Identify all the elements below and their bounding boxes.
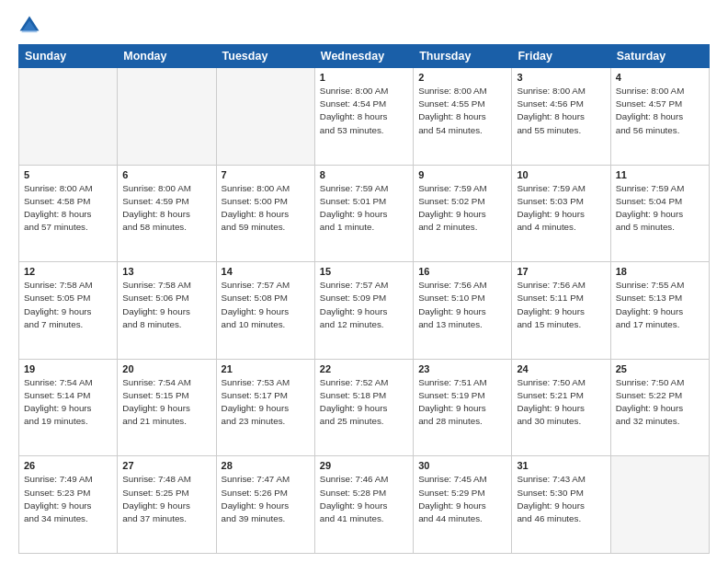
calendar-day-cell: 9Sunrise: 7:59 AM Sunset: 5:02 PM Daylig… — [414, 165, 512, 262]
day-number: 24 — [517, 363, 605, 374]
day-info: Sunrise: 7:58 AM Sunset: 5:05 PM Dayligh… — [24, 279, 112, 331]
day-info: Sunrise: 8:00 AM Sunset: 4:54 PM Dayligh… — [320, 85, 408, 137]
calendar-day-cell: 2Sunrise: 8:00 AM Sunset: 4:55 PM Daylig… — [414, 68, 512, 166]
day-info: Sunrise: 7:59 AM Sunset: 5:02 PM Dayligh… — [418, 182, 506, 235]
day-info: Sunrise: 8:00 AM Sunset: 4:59 PM Dayligh… — [122, 182, 210, 235]
day-info: Sunrise: 7:56 AM Sunset: 5:10 PM Dayligh… — [418, 279, 506, 331]
day-number: 1 — [320, 72, 408, 83]
calendar-day-cell: 19Sunrise: 7:54 AM Sunset: 5:14 PM Dayli… — [19, 359, 118, 456]
calendar-day-cell: 16Sunrise: 7:56 AM Sunset: 5:10 PM Dayli… — [414, 262, 512, 360]
day-number: 4 — [616, 72, 704, 83]
calendar-day-cell: 6Sunrise: 8:00 AM Sunset: 4:59 PM Daylig… — [118, 165, 216, 262]
calendar-day-cell — [118, 68, 216, 166]
calendar-day-cell: 26Sunrise: 7:49 AM Sunset: 5:23 PM Dayli… — [19, 456, 118, 554]
calendar-week-row: 19Sunrise: 7:54 AM Sunset: 5:14 PM Dayli… — [19, 359, 710, 456]
day-number: 16 — [418, 266, 506, 277]
day-info: Sunrise: 7:53 AM Sunset: 5:17 PM Dayligh… — [222, 376, 310, 429]
day-info: Sunrise: 7:50 AM Sunset: 5:21 PM Dayligh… — [517, 376, 605, 429]
day-info: Sunrise: 7:56 AM Sunset: 5:11 PM Dayligh… — [517, 279, 605, 331]
day-number: 5 — [24, 169, 112, 180]
day-number: 18 — [616, 266, 704, 277]
calendar-day-cell: 31Sunrise: 7:43 AM Sunset: 5:30 PM Dayli… — [512, 456, 610, 554]
calendar-day-cell: 24Sunrise: 7:50 AM Sunset: 5:21 PM Dayli… — [512, 359, 610, 456]
logo — [18, 15, 44, 37]
weekday-header-cell: Tuesday — [216, 45, 314, 68]
day-number: 11 — [616, 169, 704, 180]
day-number: 10 — [517, 169, 605, 180]
calendar-day-cell: 29Sunrise: 7:46 AM Sunset: 5:28 PM Dayli… — [314, 456, 413, 554]
day-number: 21 — [222, 363, 310, 374]
calendar-day-cell: 23Sunrise: 7:51 AM Sunset: 5:19 PM Dayli… — [414, 359, 512, 456]
calendar-week-row: 26Sunrise: 7:49 AM Sunset: 5:23 PM Dayli… — [19, 456, 710, 554]
calendar-day-cell: 30Sunrise: 7:45 AM Sunset: 5:29 PM Dayli… — [414, 456, 512, 554]
calendar-day-cell — [610, 456, 709, 554]
day-number: 13 — [122, 266, 210, 277]
calendar-day-cell — [19, 68, 118, 166]
day-number: 9 — [418, 169, 506, 180]
day-number: 7 — [222, 169, 310, 180]
page: SundayMondayTuesdayWednesdayThursdayFrid… — [0, 0, 728, 563]
day-number: 17 — [517, 266, 605, 277]
day-info: Sunrise: 7:59 AM Sunset: 5:04 PM Dayligh… — [616, 182, 704, 235]
calendar-day-cell: 17Sunrise: 7:56 AM Sunset: 5:11 PM Dayli… — [512, 262, 610, 360]
calendar-day-cell: 18Sunrise: 7:55 AM Sunset: 5:13 PM Dayli… — [610, 262, 709, 360]
day-number: 6 — [122, 169, 210, 180]
calendar-week-row: 1Sunrise: 8:00 AM Sunset: 4:54 PM Daylig… — [19, 68, 710, 166]
day-number: 30 — [418, 460, 506, 471]
calendar-day-cell: 22Sunrise: 7:52 AM Sunset: 5:18 PM Dayli… — [314, 359, 413, 456]
calendar-day-cell: 7Sunrise: 8:00 AM Sunset: 5:00 PM Daylig… — [216, 165, 314, 262]
day-info: Sunrise: 7:46 AM Sunset: 5:28 PM Dayligh… — [320, 473, 408, 525]
day-number: 8 — [320, 169, 408, 180]
day-info: Sunrise: 7:54 AM Sunset: 5:15 PM Dayligh… — [122, 376, 210, 429]
day-number: 12 — [24, 266, 112, 277]
day-info: Sunrise: 7:57 AM Sunset: 5:09 PM Dayligh… — [320, 279, 408, 331]
day-info: Sunrise: 8:00 AM Sunset: 4:57 PM Dayligh… — [616, 85, 704, 137]
calendar-day-cell: 13Sunrise: 7:58 AM Sunset: 5:06 PM Dayli… — [118, 262, 216, 360]
day-info: Sunrise: 7:49 AM Sunset: 5:23 PM Dayligh… — [24, 473, 112, 525]
weekday-header-cell: Sunday — [19, 45, 118, 68]
calendar-day-cell: 4Sunrise: 8:00 AM Sunset: 4:57 PM Daylig… — [610, 68, 709, 166]
calendar-day-cell: 10Sunrise: 7:59 AM Sunset: 5:03 PM Dayli… — [512, 165, 610, 262]
calendar-day-cell: 21Sunrise: 7:53 AM Sunset: 5:17 PM Dayli… — [216, 359, 314, 456]
day-number: 20 — [122, 363, 210, 374]
calendar-day-cell: 25Sunrise: 7:50 AM Sunset: 5:22 PM Dayli… — [610, 359, 709, 456]
day-info: Sunrise: 7:57 AM Sunset: 5:08 PM Dayligh… — [222, 279, 310, 331]
calendar-day-cell: 27Sunrise: 7:48 AM Sunset: 5:25 PM Dayli… — [118, 456, 216, 554]
day-number: 29 — [320, 460, 408, 471]
logo-icon — [18, 15, 40, 37]
calendar-day-cell — [216, 68, 314, 166]
calendar-week-row: 12Sunrise: 7:58 AM Sunset: 5:05 PM Dayli… — [19, 262, 710, 360]
day-info: Sunrise: 8:00 AM Sunset: 5:00 PM Dayligh… — [222, 182, 310, 235]
day-info: Sunrise: 7:59 AM Sunset: 5:01 PM Dayligh… — [320, 182, 408, 235]
weekday-header-cell: Saturday — [610, 45, 709, 68]
day-info: Sunrise: 7:55 AM Sunset: 5:13 PM Dayligh… — [616, 279, 704, 331]
day-info: Sunrise: 7:47 AM Sunset: 5:26 PM Dayligh… — [222, 473, 310, 525]
day-info: Sunrise: 7:58 AM Sunset: 5:06 PM Dayligh… — [122, 279, 210, 331]
day-number: 14 — [222, 266, 310, 277]
calendar-day-cell: 11Sunrise: 7:59 AM Sunset: 5:04 PM Dayli… — [610, 165, 709, 262]
day-info: Sunrise: 7:48 AM Sunset: 5:25 PM Dayligh… — [122, 473, 210, 525]
day-number: 26 — [24, 460, 112, 471]
weekday-header-cell: Wednesday — [314, 45, 413, 68]
day-number: 28 — [222, 460, 310, 471]
day-number: 31 — [517, 460, 605, 471]
day-info: Sunrise: 8:00 AM Sunset: 4:56 PM Dayligh… — [517, 85, 605, 137]
calendar-day-cell: 5Sunrise: 8:00 AM Sunset: 4:58 PM Daylig… — [19, 165, 118, 262]
weekday-header-row: SundayMondayTuesdayWednesdayThursdayFrid… — [19, 45, 710, 68]
calendar-body: 1Sunrise: 8:00 AM Sunset: 4:54 PM Daylig… — [19, 68, 710, 554]
weekday-header-cell: Thursday — [414, 45, 512, 68]
day-number: 15 — [320, 266, 408, 277]
calendar-day-cell: 3Sunrise: 8:00 AM Sunset: 4:56 PM Daylig… — [512, 68, 610, 166]
day-info: Sunrise: 7:54 AM Sunset: 5:14 PM Dayligh… — [24, 376, 112, 429]
day-info: Sunrise: 7:51 AM Sunset: 5:19 PM Dayligh… — [418, 376, 506, 429]
day-info: Sunrise: 7:45 AM Sunset: 5:29 PM Dayligh… — [418, 473, 506, 525]
day-number: 25 — [616, 363, 704, 374]
day-info: Sunrise: 7:59 AM Sunset: 5:03 PM Dayligh… — [517, 182, 605, 235]
day-number: 22 — [320, 363, 408, 374]
day-number: 3 — [517, 72, 605, 83]
calendar-day-cell: 12Sunrise: 7:58 AM Sunset: 5:05 PM Dayli… — [19, 262, 118, 360]
weekday-header-cell: Monday — [118, 45, 216, 68]
calendar-day-cell: 20Sunrise: 7:54 AM Sunset: 5:15 PM Dayli… — [118, 359, 216, 456]
calendar-day-cell: 15Sunrise: 7:57 AM Sunset: 5:09 PM Dayli… — [314, 262, 413, 360]
day-number: 19 — [24, 363, 112, 374]
